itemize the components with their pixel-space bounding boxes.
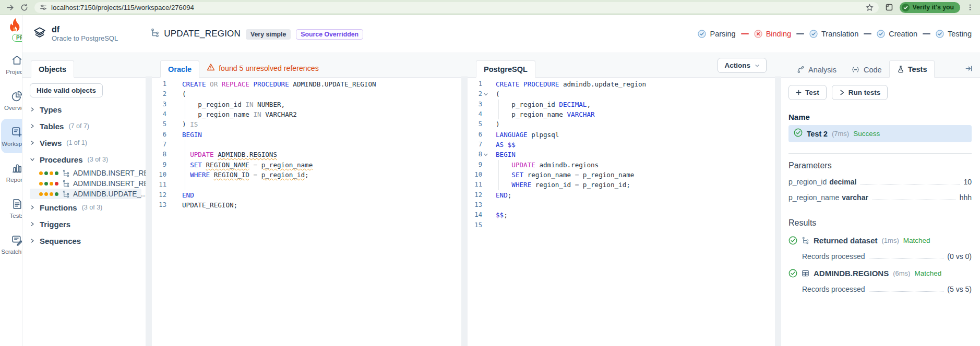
tab-analysis[interactable]: Analysis xyxy=(790,61,844,78)
tree-node-tables[interactable]: Tables(7 of 7) xyxy=(30,118,141,134)
line-number: 11 xyxy=(468,180,482,190)
chevron-right-icon[interactable] xyxy=(30,140,35,145)
extension-icon[interactable] xyxy=(885,3,893,11)
pipeline-connector xyxy=(923,33,930,35)
sidebar-item-overview[interactable]: Overview xyxy=(1,83,22,117)
parameters-heading: Parameters xyxy=(788,161,972,170)
tree-node-procedures[interactable]: Procedures(3 of 3) xyxy=(30,151,141,168)
fold-chevron-icon[interactable] xyxy=(482,89,489,99)
code-text xyxy=(489,220,496,230)
tree-leaf-procedure[interactable]: ADMINDB.UPDATE_... xyxy=(30,189,141,199)
status-dot-green xyxy=(55,171,58,175)
panel-resize-gutter[interactable] xyxy=(461,53,468,346)
postgresql-code-editor[interactable]: 1CREATE PROCEDURE admindb.update_region2… xyxy=(468,78,775,346)
objects-tree: TypesTables(7 of 7)Views(1 of 1)Procedur… xyxy=(22,97,146,249)
tab-objects[interactable]: Objects xyxy=(31,60,74,78)
address-bar[interactable]: localhost:7150/projects/115/workspace/27… xyxy=(34,2,879,13)
tree-node-views[interactable]: Views(1 of 1) xyxy=(30,134,141,151)
line-number: 6 xyxy=(468,130,482,140)
sidebar-item-tests[interactable]: Tests xyxy=(1,191,22,225)
tree-leaf-procedure[interactable]: ADMINDB.INSERT_RE... xyxy=(30,178,141,189)
bookmark-star-icon[interactable] xyxy=(866,4,874,11)
tree-node-types[interactable]: Types xyxy=(30,101,141,118)
code-line: 13 xyxy=(468,200,775,210)
result-item: Returned dataset(1ms)MatchedRecords proc… xyxy=(788,236,972,261)
sidebar-item-reports[interactable]: Reports xyxy=(1,155,22,189)
forward-icon[interactable] xyxy=(6,4,14,11)
fold-chevron-icon[interactable] xyxy=(482,150,489,159)
tab-oracle[interactable]: Oracle xyxy=(160,60,199,78)
metric-value: (0 vs 0) xyxy=(947,252,972,261)
parameter-value[interactable]: hhh xyxy=(960,193,972,202)
sidebar-item-label: Workspace xyxy=(2,141,22,147)
metric-value: (5 vs 5) xyxy=(947,285,972,293)
code-line: 6BEGIN xyxy=(152,130,461,140)
tree-leaf-label: ADMINDB.INSERT_RE... xyxy=(73,169,154,177)
parameter-row: p_region_namevarcharhhh xyxy=(788,192,972,202)
chevron-right-icon[interactable] xyxy=(30,238,35,243)
test-name: Test 2 xyxy=(807,130,828,138)
fold-gutter xyxy=(482,140,489,150)
tab-postgresql[interactable]: PostgreSQL xyxy=(476,60,535,78)
code-text: p_region_name VARCHAR xyxy=(489,109,595,119)
line-number: 14 xyxy=(468,210,482,220)
code-text: ( xyxy=(489,89,500,99)
status-dot-orange xyxy=(50,182,53,186)
parameter-value[interactable]: 10 xyxy=(963,178,972,186)
tree-node-sequences[interactable]: Sequences xyxy=(30,232,141,249)
pipeline-stage-testing: Testing xyxy=(936,30,972,38)
project-name[interactable]: df xyxy=(52,25,118,34)
status-dot-green xyxy=(44,182,48,186)
add-test-button[interactable]: Test xyxy=(788,85,827,100)
chevron-right-icon[interactable] xyxy=(30,123,35,129)
procedure-icon xyxy=(62,190,70,198)
panel-resize-gutter[interactable] xyxy=(775,53,781,346)
menu-kebab-icon[interactable] xyxy=(966,4,974,11)
dotted-leader xyxy=(872,200,956,200)
test-row[interactable]: Test 2 (7ms) Success xyxy=(788,125,972,142)
verify-badge[interactable]: Verify it's you xyxy=(900,2,960,13)
panel-resize-gutter[interactable] xyxy=(146,53,152,346)
code-line: 12END xyxy=(152,190,461,200)
chevron-right-icon[interactable] xyxy=(30,107,35,112)
pipeline-stage-parsing: Parsing xyxy=(698,30,735,38)
oracle-panel: Oracle found 5 unresolved references 1CR… xyxy=(152,53,461,346)
test-duration: (7ms) xyxy=(832,130,849,138)
chevron-right-icon[interactable] xyxy=(30,221,35,227)
sidebar-item-workspace[interactable]: Workspace xyxy=(1,119,22,153)
code-line: 11 WHERE region_id = p_region_id; xyxy=(468,180,775,190)
postgresql-tab-strip: PostgreSQL Actions xyxy=(468,53,775,78)
tab-code[interactable]: Code xyxy=(844,61,889,78)
oracle-code-editor[interactable]: 1CREATE OR REPLACE PROCEDURE ADMINDB.UPD… xyxy=(152,78,461,346)
code-line: 8 UPDATE ADMINDB.REGIONS xyxy=(152,150,461,159)
chart-icon xyxy=(10,162,23,175)
fold-gutter xyxy=(482,220,489,230)
reload-icon[interactable] xyxy=(20,4,28,11)
sidebar-item-scratchpad[interactable]: ScratchPad xyxy=(1,227,22,261)
tab-tests[interactable]: Tests xyxy=(889,60,935,78)
fold-gutter xyxy=(482,119,489,129)
sidebar-item-label: Projects xyxy=(6,69,22,75)
tree-node-functions[interactable]: Functions(3 of 3) xyxy=(30,199,141,216)
line-number: 8 xyxy=(152,150,166,159)
tree-leaf-procedure[interactable]: ADMINDB.INSERT_RE... xyxy=(30,168,141,178)
collapse-panel-icon[interactable] xyxy=(965,65,973,72)
sidebar-item-projects[interactable]: Projects xyxy=(1,47,22,81)
code-text: ) IS xyxy=(166,119,198,129)
pipeline-stage-creation: Creation xyxy=(877,30,917,38)
code-line: 7 xyxy=(152,140,461,150)
run-tests-button[interactable]: Run tests xyxy=(832,85,888,100)
chevron-down-icon[interactable] xyxy=(30,157,35,162)
actions-button[interactable]: Actions xyxy=(718,58,767,73)
tree-node-triggers[interactable]: Triggers xyxy=(30,216,141,232)
site-settings-icon[interactable] xyxy=(40,4,47,11)
pie-icon xyxy=(10,90,23,103)
object-badge-purple: Source Overridden xyxy=(296,29,363,40)
parameter-name: p_region_id xyxy=(788,178,827,186)
chevron-right-icon[interactable] xyxy=(30,205,35,210)
verify-label: Verify it's you xyxy=(913,4,954,11)
line-number: 12 xyxy=(152,190,166,200)
result-name: ADMINDB.REGIONS xyxy=(814,269,889,278)
hide-valid-objects-button[interactable]: Hide valid objects xyxy=(30,83,103,97)
code-line: 15 xyxy=(468,220,775,230)
